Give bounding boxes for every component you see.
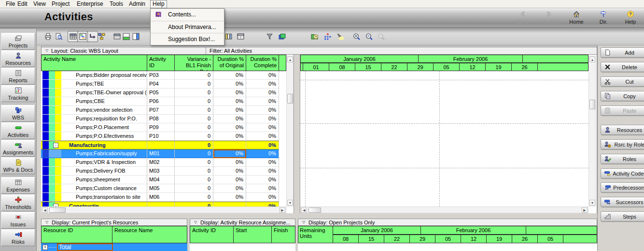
nav-button-dir[interactable]: Dir. (590, 10, 617, 25)
toolbar-print-preview-icon[interactable] (53, 31, 64, 42)
toolbar-zoom-fit-icon[interactable] (376, 31, 387, 42)
activity-row[interactable]: Pumps;vendor selectionP0700%0% (41, 106, 279, 115)
scroll-up-button[interactable]: ▲ (589, 57, 595, 62)
help-menu-item-about-primavera[interactable]: About Primavera... (151, 21, 224, 33)
collapse-expander-icon[interactable]: - (53, 143, 58, 148)
sidebar-item-activities[interactable]: Activities (1, 122, 35, 139)
sidebar-item-thresholds[interactable]: Thresholds (1, 194, 35, 211)
sidebar-item-projects[interactable]: Projects (1, 33, 35, 50)
toolbar-font-table-icon[interactable] (235, 31, 246, 42)
activity-row[interactable]: Pumps;Fabrication/supplyM0100%0% (41, 149, 279, 158)
scrollbar-thumb[interactable] (308, 207, 321, 213)
vertical-scrollbar[interactable]: ▲▼ (588, 56, 596, 207)
action-button-activity-codes[interactable]: Activity Codes (601, 168, 644, 178)
sidebar-item-expenses[interactable]: Expenses (1, 177, 35, 194)
toolbar-spotlight-icon[interactable] (335, 31, 346, 42)
toolbar-filter-icon[interactable] (264, 31, 275, 42)
menu-item-admin[interactable]: Admin (127, 0, 147, 8)
nav-button-back[interactable]: Back (509, 10, 536, 25)
column-header-duration-complete[interactable]: Duration % Complete (246, 55, 279, 71)
menu-item-edit[interactable]: Edit (15, 0, 29, 8)
main-bottom-splitter[interactable] (41, 213, 597, 219)
activity-row[interactable]: Pumps;transportaion to siteM0600%0% (41, 193, 279, 202)
menu-item-project[interactable]: Project (50, 0, 71, 8)
column-header-duration-of-original[interactable]: Duration % of Original (213, 55, 246, 71)
column-header-activity-id[interactable]: Activity ID (190, 226, 234, 243)
activity-row[interactable]: Pumps;CBEP0600%0% (41, 97, 279, 106)
action-button-resources[interactable]: Resources (601, 125, 644, 135)
usage-panel-caption[interactable]: ▽Display: Open Projects Only (298, 219, 597, 226)
column-header-spacer[interactable] (279, 55, 286, 71)
action-button-delete[interactable]: Delete (601, 62, 644, 72)
scrollbar-thumb[interactable] (49, 207, 66, 213)
sidebar-item-reports[interactable]: Reports (1, 68, 35, 85)
activity-row[interactable]: Pumps;TBE-Owner approval (if aP0500%0% (41, 89, 279, 97)
sidebar-item-resources[interactable]: Resources (1, 50, 35, 67)
scroll-left-button[interactable]: ◀ (301, 207, 307, 213)
expand-icon[interactable]: + (42, 245, 48, 250)
table-gantt-splitter[interactable] (294, 55, 300, 214)
horizontal-scrollbar[interactable]: ◀▶ (300, 207, 588, 213)
nav-button-help[interactable]: ?Help (617, 10, 644, 25)
chevron-down-icon[interactable]: ▽ (194, 220, 197, 224)
wbs-group-row[interactable]: -Manufacturing00% (41, 141, 279, 149)
vertical-scrollbar[interactable]: ▲▼ (286, 56, 294, 207)
chevron-down-icon[interactable]: ▽ (302, 220, 305, 224)
total-row[interactable]: +Total (41, 243, 187, 251)
action-button-cut[interactable]: Cut (601, 76, 644, 87)
chevron-down-icon[interactable]: ▽ (45, 48, 48, 53)
scroll-up-button[interactable]: ▲ (287, 57, 293, 62)
column-header-finish[interactable]: Finish (272, 226, 295, 243)
toolbar-activity-network-icon[interactable] (96, 31, 107, 42)
column-header-activity-name[interactable]: Activity Name (41, 55, 147, 71)
resources-panel-caption[interactable]: ▽Display: Current Project's Resources (41, 219, 187, 226)
activity-row[interactable]: Pumps;Bidder proposal receivedP0300%0% (41, 71, 279, 80)
toolbar-zoom-out-icon[interactable] (364, 31, 375, 42)
column-header-activity-id[interactable]: Activity ID (147, 55, 175, 71)
activity-row[interactable]: Pumps;P.O.PlacementP0900%0% (41, 123, 279, 132)
toolbar-layers-icon[interactable] (277, 31, 288, 42)
toolbar-columns-icon[interactable] (223, 31, 234, 42)
horizontal-scrollbar[interactable]: ◀▶ (41, 207, 286, 213)
scroll-right-button[interactable]: ▶ (582, 207, 588, 213)
action-button-steps[interactable]: Steps (601, 211, 644, 221)
scroll-left-button[interactable]: ◀ (42, 207, 48, 213)
sidebar-item-issues[interactable]: Issues (1, 212, 35, 229)
help-menu-item-suggestion-box[interactable]: Suggestion Box!... (151, 33, 224, 45)
toolbar-group-by-icon[interactable] (322, 31, 333, 42)
toolbar-right-layout-icon[interactable] (130, 31, 141, 42)
menu-item-help[interactable]: Help (150, 0, 167, 8)
column-header-resource-name[interactable]: Resource Name (112, 226, 187, 243)
action-button-paste[interactable]: Paste (601, 105, 644, 116)
layout-options-bar[interactable]: ▽ Layout: Classic WBS Layout Filter: All… (41, 47, 597, 55)
chevron-down-icon[interactable]: ▽ (45, 220, 48, 224)
nav-button-home[interactable]: Home (563, 10, 590, 25)
activity-row[interactable]: Pumps;VDR & InspectionM0200%0% (41, 158, 279, 167)
action-button-add[interactable]: Add (601, 47, 644, 58)
menu-item-enterprise[interactable]: Enterprise (75, 0, 105, 8)
activity-row[interactable]: Pumps;Delivery FOBM0300%0% (41, 167, 279, 176)
toolbar-print-icon[interactable] (42, 31, 54, 42)
action-button-predecessors[interactable]: Predecessors (601, 182, 644, 192)
assignments-panel-caption[interactable]: ▽Display: Activity Resource Assignme... (190, 219, 295, 226)
toolbar-schedule-icon[interactable] (309, 31, 320, 42)
action-button-copy[interactable]: Copy (601, 91, 644, 101)
activity-row[interactable]: Pumps;P.O.EfectivenessP1000%0% (41, 132, 279, 141)
scrollbar-thumb[interactable] (589, 100, 595, 109)
sidebar-item-wbs[interactable]: WBS (1, 105, 35, 122)
action-button-roles[interactable]: Roles (601, 154, 644, 164)
action-button-successors[interactable]: Successors (601, 197, 644, 207)
wbs-group-row[interactable]: -Constructin00% (41, 202, 279, 207)
nav-button-forward[interactable]: Forward (536, 10, 563, 25)
sidebar-item-risks[interactable]: Risks (1, 229, 35, 246)
menu-item-tools[interactable]: Tools (108, 0, 125, 8)
menu-item-view[interactable]: View (31, 0, 48, 8)
activity-row[interactable]: Pumps;TBEP0400%0% (41, 80, 279, 89)
column-header-start[interactable]: Start (234, 226, 272, 243)
scroll-right-button[interactable]: ▶ (280, 207, 285, 213)
toolbar-zoom-in-icon[interactable] (351, 31, 362, 42)
sidebar-item-wps-docs[interactable]: WPs & Docs (1, 157, 35, 174)
scrollbar-thumb[interactable] (287, 94, 293, 103)
column-header-remaining-units[interactable]: Remaining Units (298, 226, 333, 243)
sidebar-item-tracking[interactable]: Tracking (1, 85, 35, 102)
